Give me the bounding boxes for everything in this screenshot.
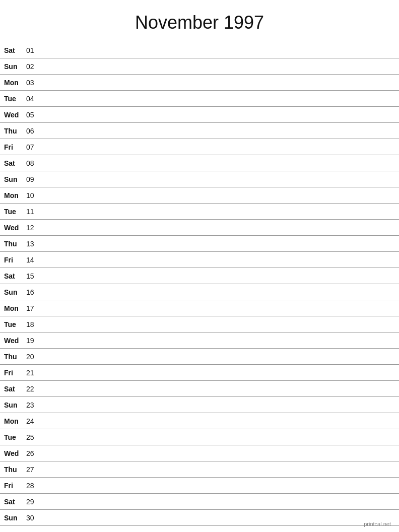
calendar-grid: Sat01Sun02Mon03Tue04Wed05Thu06Fri07Sat08… (0, 42, 399, 526)
day-number: 09 (26, 175, 41, 183)
day-number: 03 (26, 79, 41, 87)
day-name: Mon (4, 304, 24, 312)
calendar-row: Tue18 (0, 316, 399, 332)
day-line (41, 179, 395, 179)
day-line (41, 243, 395, 244)
day-name: Sat (4, 498, 24, 506)
day-name: Thu (4, 240, 24, 248)
day-name: Sun (4, 401, 24, 409)
day-name: Thu (4, 127, 24, 135)
calendar-row: Wed26 (0, 445, 399, 461)
day-line (41, 195, 395, 195)
day-number: 05 (26, 111, 41, 119)
calendar-row: Tue11 (0, 204, 399, 220)
calendar-row: Thu13 (0, 236, 399, 252)
calendar-row: Mon17 (0, 300, 399, 316)
day-line (41, 276, 395, 276)
day-name: Wed (4, 111, 24, 119)
calendar-row: Tue25 (0, 429, 399, 445)
calendar-row: Sat15 (0, 268, 399, 284)
day-line (41, 98, 395, 99)
day-number: 14 (26, 256, 41, 264)
day-line (41, 82, 395, 83)
day-name: Thu (4, 353, 24, 361)
day-number: 08 (26, 159, 41, 167)
calendar-row: Sun02 (0, 58, 399, 75)
calendar-row: Sun23 (0, 397, 399, 413)
day-name: Wed (4, 337, 24, 345)
calendar-row: Fri21 (0, 365, 399, 381)
day-name: Sat (4, 46, 24, 54)
day-line (41, 66, 395, 66)
day-number: 21 (26, 369, 41, 377)
day-name: Tue (4, 433, 24, 441)
day-line (41, 405, 395, 405)
day-line (41, 485, 395, 486)
calendar-row: Mon10 (0, 187, 399, 204)
day-name: Sun (4, 288, 24, 296)
day-name: Wed (4, 449, 24, 457)
day-name: Wed (4, 224, 24, 232)
day-line (41, 340, 395, 341)
day-name: Fri (4, 482, 24, 490)
day-line (41, 356, 395, 357)
day-name: Mon (4, 191, 24, 200)
calendar-row: Fri07 (0, 139, 399, 155)
day-line (41, 50, 395, 50)
day-name: Sat (4, 159, 24, 167)
day-line (41, 324, 395, 324)
calendar-row: Tue04 (0, 91, 399, 107)
day-number: 30 (26, 514, 41, 522)
calendar-row: Mon24 (0, 413, 399, 429)
day-line (41, 130, 395, 131)
day-name: Sun (4, 175, 24, 183)
day-name: Mon (4, 417, 24, 425)
calendar-row: Sat29 (0, 494, 399, 510)
calendar-row: Wed19 (0, 332, 399, 349)
day-number: 27 (26, 466, 41, 474)
day-name: Mon (4, 79, 24, 87)
day-line (41, 372, 395, 373)
day-number: 06 (26, 127, 41, 135)
day-number: 11 (26, 208, 41, 216)
calendar-row: Thu27 (0, 461, 399, 478)
day-line (41, 453, 395, 453)
day-line (41, 421, 395, 421)
day-number: 19 (26, 337, 41, 345)
day-line (41, 114, 395, 115)
day-line (41, 227, 395, 228)
day-line (41, 501, 395, 502)
day-number: 24 (26, 417, 41, 425)
day-line (41, 292, 395, 292)
watermark: printcal.net (364, 521, 391, 527)
day-name: Tue (4, 320, 24, 328)
day-number: 18 (26, 320, 41, 328)
calendar-row: Sun16 (0, 284, 399, 300)
day-number: 26 (26, 449, 41, 457)
day-line (41, 308, 395, 308)
day-number: 17 (26, 304, 41, 312)
day-number: 25 (26, 433, 41, 441)
day-name: Tue (4, 208, 24, 216)
calendar-row: Sat22 (0, 381, 399, 397)
day-line (41, 388, 395, 389)
day-number: 16 (26, 288, 41, 296)
day-name: Sat (4, 272, 24, 280)
day-line (41, 517, 395, 518)
calendar-row: Sun30 (0, 510, 399, 526)
calendar-row: Thu20 (0, 349, 399, 365)
day-number: 10 (26, 191, 41, 200)
day-line (41, 163, 395, 163)
day-line (41, 469, 395, 470)
day-name: Thu (4, 466, 24, 474)
page-title: November 1997 (0, 0, 399, 42)
day-name: Sun (4, 514, 24, 522)
day-name: Sun (4, 62, 24, 71)
day-number: 15 (26, 272, 41, 280)
day-number: 12 (26, 224, 41, 232)
day-name: Fri (4, 256, 24, 264)
calendar-row: Sun09 (0, 171, 399, 187)
day-line (41, 211, 395, 212)
calendar-row: Mon03 (0, 75, 399, 91)
calendar-row: Sat08 (0, 155, 399, 171)
